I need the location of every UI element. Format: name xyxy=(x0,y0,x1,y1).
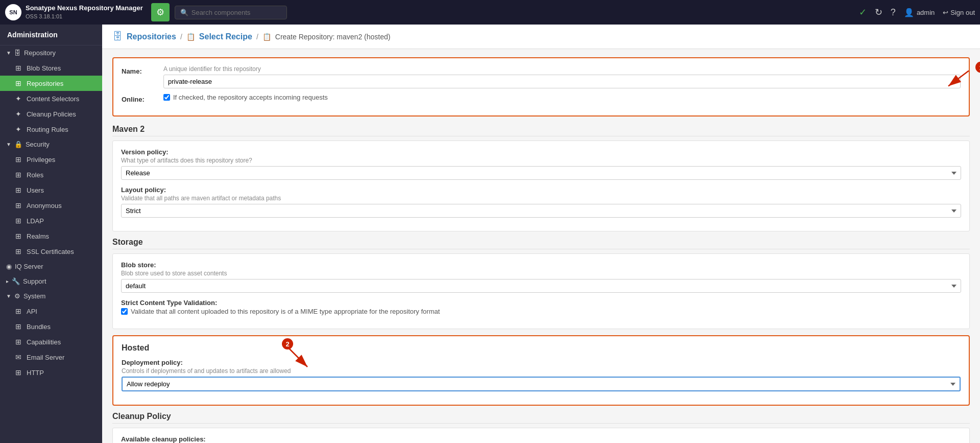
brand: SN Sonatype Nexus Repository Manager OSS… xyxy=(5,4,143,20)
sidebar-item-anonymous[interactable]: ⊞ Anonymous xyxy=(0,198,102,213)
strict-content-checkbox[interactable] xyxy=(121,308,128,315)
layout-policy-select[interactable]: Strict Permissive xyxy=(121,204,961,218)
strict-content-row: Validate that all content uploaded to th… xyxy=(121,308,961,315)
blob-store-label: Blob store: xyxy=(121,261,961,269)
sidebar-group-system[interactable]: ▼ ⚙ System xyxy=(0,289,102,304)
privileges-label: Privileges xyxy=(27,156,55,164)
name-field: A unique identifier for this repository xyxy=(163,65,961,88)
storage-fields: Blob store: Blob store used to store ass… xyxy=(112,253,970,329)
status-check-icon[interactable]: ✓ xyxy=(859,7,867,18)
sidebar-group-security[interactable]: ▼ 🔒 Security xyxy=(0,137,102,152)
strict-content-group: Strict Content Type Validation: Validate… xyxy=(121,299,961,315)
cleanup-title: Cleanup Policy xyxy=(112,412,970,424)
caret-icon-security: ▼ xyxy=(6,142,11,147)
sidebar: Administration ▼ 🗄 Repository ⊞ Blob Sto… xyxy=(0,25,102,443)
gear-button[interactable]: ⚙ xyxy=(151,3,170,21)
help-icon[interactable]: ? xyxy=(891,7,896,18)
available-cleanup-group: Available cleanup policies: Select a cle… xyxy=(121,435,961,443)
user-menu[interactable]: 👤 admin xyxy=(904,8,935,17)
sidebar-item-ldap[interactable]: ⊞ LDAP xyxy=(0,213,102,228)
sidebar-item-email-server[interactable]: ✉ Email Server xyxy=(0,349,102,365)
sidebar-item-repositories[interactable]: ⊞ Repositories xyxy=(0,76,102,91)
sidebar-item-bundles[interactable]: ⊞ Bundles xyxy=(0,319,102,334)
sidebar-item-api[interactable]: ⊞ API xyxy=(0,304,102,319)
repositories-icon: ⊞ xyxy=(14,79,22,87)
support-label: Support xyxy=(23,277,46,285)
sidebar-item-routing-rules[interactable]: ✦ Routing Rules xyxy=(0,122,102,137)
http-label: HTTP xyxy=(27,369,44,377)
sidebar-group-repository[interactable]: ▼ 🗄 Repository xyxy=(0,45,102,60)
blob-stores-label: Blob Stores xyxy=(27,64,61,72)
admin-section-label: Administration xyxy=(0,25,102,45)
layout-policy-group: Layout policy: Validate that all paths a… xyxy=(121,186,961,218)
sidebar-item-http[interactable]: ⊞ HTTP xyxy=(0,365,102,380)
main-content: 🗄 Repositories / 📋 Select Recipe / 📋 Cre… xyxy=(102,25,980,443)
sidebar-item-cleanup-policies[interactable]: ✦ Cleanup Policies xyxy=(0,106,102,122)
maven2-section: Maven 2 Version policy: What type of art… xyxy=(112,125,970,231)
search-box[interactable]: 🔍 xyxy=(175,6,287,19)
signout-button[interactable]: ↩ Sign out xyxy=(943,9,975,16)
sidebar-item-capabilities[interactable]: ⊞ Capabilities xyxy=(0,334,102,349)
breadcrumb-icon2: 📋 xyxy=(262,33,271,41)
online-label: Online: xyxy=(122,94,157,103)
refresh-icon[interactable]: ↻ xyxy=(875,7,882,18)
capabilities-icon: ⊞ xyxy=(14,338,22,346)
sidebar-item-users[interactable]: ⊞ Users xyxy=(0,182,102,198)
sidebar-item-roles[interactable]: ⊞ Roles xyxy=(0,167,102,182)
sidebar-item-content-selectors[interactable]: ✦ Content Selectors xyxy=(0,91,102,106)
cleanup-policies-label: Cleanup Policies xyxy=(27,110,76,118)
storage-section: Storage Blob store: Blob store used to s… xyxy=(112,238,970,329)
breadcrumb-select-recipe-link[interactable]: Select Recipe xyxy=(199,32,252,41)
layout-policy-label: Layout policy: xyxy=(121,186,961,194)
sidebar-group-support[interactable]: ▸ 🔧 Support xyxy=(0,274,102,289)
sidebar-sub-security: ⊞ Privileges ⊞ Roles ⊞ Users ⊞ Anonymous… xyxy=(0,152,102,259)
blob-store-select[interactable]: default xyxy=(121,279,961,293)
signout-label: Sign out xyxy=(950,9,975,16)
search-input[interactable] xyxy=(192,9,281,16)
sidebar-item-blob-stores[interactable]: ⊞ Blob Stores xyxy=(0,60,102,76)
db-icon: 🗄 xyxy=(112,31,123,42)
online-hint: If checked, the repository accepts incom… xyxy=(173,94,328,101)
users-icon: ⊞ xyxy=(14,186,22,194)
ldap-label: LDAP xyxy=(27,217,44,225)
app-body: Administration ▼ 🗄 Repository ⊞ Blob Sto… xyxy=(0,25,980,443)
ssl-icon: ⊞ xyxy=(14,247,22,255)
breadcrumb-icon1: 📋 xyxy=(186,33,195,41)
breadcrumb-repositories-link[interactable]: Repositories xyxy=(127,32,176,41)
name-input[interactable] xyxy=(163,75,961,88)
version-policy-group: Version policy: What type of artifacts d… xyxy=(121,148,961,180)
api-icon: ⊞ xyxy=(14,307,22,315)
online-checkbox[interactable] xyxy=(163,94,170,101)
email-server-icon: ✉ xyxy=(14,353,22,361)
breadcrumb: 🗄 Repositories / 📋 Select Recipe / 📋 Cre… xyxy=(102,25,980,49)
search-icon: 🔍 xyxy=(180,9,188,16)
bundles-icon: ⊞ xyxy=(14,322,22,331)
sidebar-group-iq[interactable]: ◉ IQ Server xyxy=(0,259,102,274)
name-online-box: Name: A unique identifier for this repos… xyxy=(112,57,970,116)
form-area: Name: A unique identifier for this repos… xyxy=(102,49,980,443)
annotation-1-badge: 1 xyxy=(975,62,980,73)
repositories-label: Repositories xyxy=(27,80,63,87)
sidebar-item-privileges[interactable]: ⊞ Privileges xyxy=(0,152,102,167)
hosted-title: Hosted xyxy=(122,343,961,355)
maven2-title: Maven 2 xyxy=(112,125,970,136)
iq-icon: ◉ xyxy=(6,263,12,270)
routing-rules-label: Routing Rules xyxy=(27,126,68,133)
deployment-policy-group: Deployment policy: Controls if deploymen… xyxy=(122,359,961,391)
sidebar-item-realms[interactable]: ⊞ Realms xyxy=(0,228,102,244)
online-checkbox-row: If checked, the repository accepts incom… xyxy=(163,94,961,101)
maven2-fields: Version policy: What type of artifacts d… xyxy=(112,141,970,231)
version-policy-select[interactable]: Release Snapshot Mixed xyxy=(121,166,961,180)
blob-store-group: Blob store: Blob store used to store ass… xyxy=(121,261,961,293)
navbar: SN Sonatype Nexus Repository Manager OSS… xyxy=(0,0,980,25)
available-cleanup-label: Available cleanup policies: xyxy=(121,435,961,443)
blob-stores-icon: ⊞ xyxy=(14,64,22,72)
layout-policy-hint: Validate that all paths are maven artifa… xyxy=(121,195,961,202)
content-selectors-label: Content Selectors xyxy=(27,95,79,103)
deployment-policy-select[interactable]: Allow redeploy Disable redeploy Read-onl… xyxy=(122,377,961,391)
security-group-label: Security xyxy=(26,141,50,148)
version-policy-label: Version policy: xyxy=(121,148,961,156)
users-label: Users xyxy=(27,186,44,194)
sidebar-item-ssl-certificates[interactable]: ⊞ SSL Certificates xyxy=(0,244,102,259)
signout-icon: ↩ xyxy=(943,9,948,16)
